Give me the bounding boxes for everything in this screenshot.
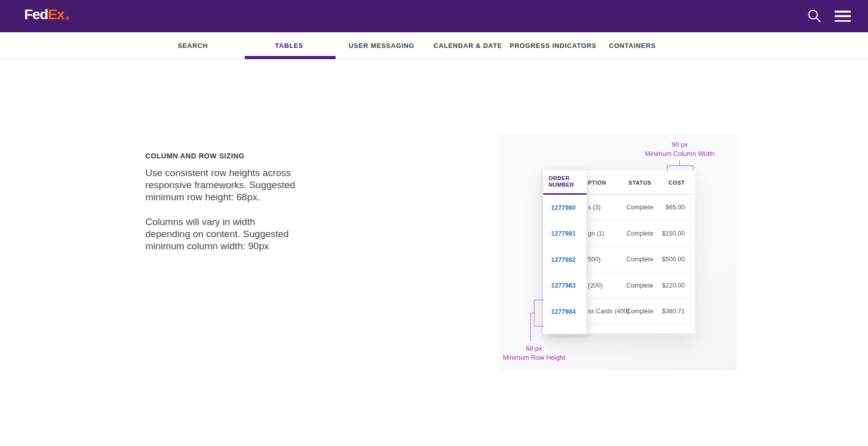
cell-status: Complete [626,204,654,211]
section-heading: COLUMN AND ROW SIZING [145,152,244,160]
cell-cost: $500.00 [662,256,685,263]
row-bracket-bottom [534,326,544,326]
section-nav: SEARCH TABLES USER MESSAGING CALENDAR & … [0,32,868,60]
header-order-number: ORDER NUMBER [544,170,586,195]
tab-calendar-date[interactable]: CALENDAR & DATE [433,32,502,60]
column-bracket-end-right [693,165,693,171]
paragraph-line: minimum row height: 68px. [145,191,295,203]
order-cell: 1277980 [544,195,586,220]
cell-cost: $220.00 [662,282,685,289]
cell-status: Complete [626,230,654,237]
paragraph-line: minimum column width: 90px [145,240,289,252]
tab-tables[interactable]: TABLES [275,32,303,60]
search-icon[interactable] [806,9,822,24]
paragraph-row-heights: Use consistent row heights across respon… [145,167,295,203]
order-number-link[interactable]: 1277981 [551,230,576,237]
column-bracket-line [667,165,693,166]
row-height-label: Minimum Row Height [503,354,565,361]
cell-description: (200) [588,282,603,289]
order-cell: 1277984 [544,299,586,324]
active-tab-underline [245,56,336,59]
order-number-link[interactable]: 1277983 [551,282,576,289]
fedex-logo[interactable]: FedEx® [24,7,68,23]
tab-search[interactable]: SEARCH [178,32,208,60]
cell-description: 500) [588,256,601,263]
order-cell: 1277982 [544,247,586,272]
paragraph-line: Use consistent row heights across [145,167,295,179]
logo-text-ex: Ex [48,7,64,22]
order-number-column-card: ORDER NUMBER 1277980 1277981 1277982 127… [544,170,586,334]
row-bracket-leader [530,313,531,341]
cell-cost: $150.00 [662,230,685,237]
tab-user-messaging[interactable]: USER MESSAGING [349,32,414,60]
cell-status: Complete [626,256,654,263]
paragraph-line: responsive frameworks. Suggested [145,179,295,191]
cell-cost: $65.00 [666,204,685,211]
tab-progress-indicators[interactable]: PROGRESS INDICATORS [510,32,596,60]
header-cost: COST [668,180,685,186]
row-bracket-top [534,300,544,300]
menu-icon[interactable] [835,11,851,22]
paragraph-line: Columns will vary in width [145,216,289,228]
column-bracket-tick [679,160,680,165]
header-icons [806,0,851,32]
cell-status: Complete [626,282,654,289]
paragraph-line: depending on content. Suggested [145,228,289,240]
order-number-link[interactable]: 1277982 [551,256,576,263]
tab-containers[interactable]: CONTAINERS [609,32,656,60]
logo-text-fed: Fed [24,7,48,22]
cell-cost: $380.71 [662,308,685,315]
row-height-value: 68 px [526,345,542,352]
column-width-value: 90 px [672,141,688,148]
order-cell: 1277983 [544,272,586,299]
order-cell: 1277981 [544,220,586,247]
page: FedEx® SEARCH TABLES USER MESSAGING CALE… [0,0,868,446]
cell-description: ss Cards (400) [588,308,629,315]
cell-description: gn (1) [588,230,605,237]
row-bracket-connector [530,313,534,313]
header-description-clipped: PTION [588,180,606,186]
order-number-link[interactable]: 1277984 [551,308,576,315]
cell-description: s (3) [588,204,601,211]
registered-mark-icon: ® [66,16,69,21]
app-header: FedEx® [0,0,868,32]
header-status: STATUS [628,180,651,186]
column-bracket-end-left [667,165,668,171]
paragraph-column-widths: Columns will vary in width depending on … [145,216,289,252]
column-width-label: Minimum Column Width [645,150,715,157]
order-number-link[interactable]: 1277980 [551,204,576,211]
illustration-panel: 90 px Minimum Column Width PTION STATUS … [500,133,737,370]
cell-status: Complete [626,308,654,315]
